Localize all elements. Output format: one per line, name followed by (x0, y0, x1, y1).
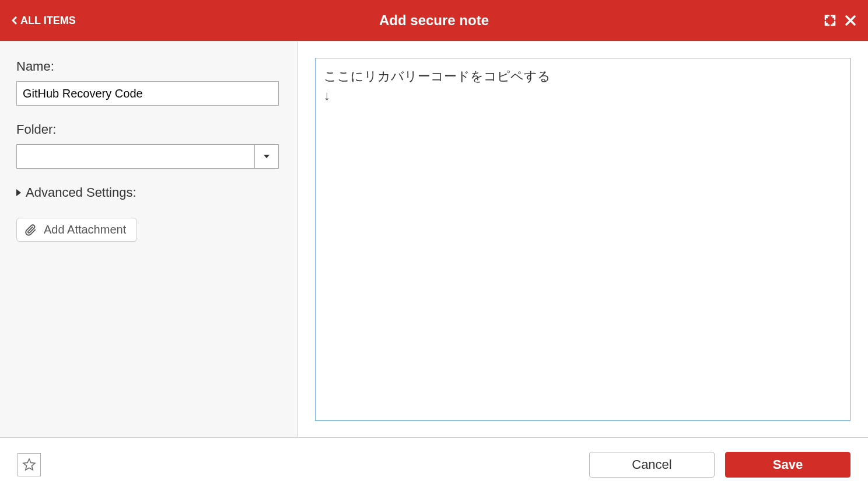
close-button[interactable] (845, 15, 856, 26)
add-attachment-button[interactable]: Add Attachment (16, 218, 137, 242)
right-panel (298, 41, 868, 437)
header: ALL ITEMS Add secure note (0, 0, 868, 41)
advanced-settings-label: Advanced Settings: (26, 185, 136, 200)
caret-down-icon (264, 155, 270, 158)
folder-dropdown-button[interactable] (254, 144, 279, 169)
chevron-left-icon (12, 16, 18, 25)
expand-button[interactable] (824, 15, 836, 26)
star-icon (22, 458, 36, 472)
header-controls (824, 15, 856, 26)
close-icon (845, 15, 856, 26)
caret-right-icon (16, 189, 21, 196)
folder-label: Folder: (16, 122, 281, 137)
note-textarea[interactable] (315, 58, 850, 421)
add-attachment-label: Add Attachment (44, 223, 126, 236)
main-content: Name: Folder: Advanced Settings: (0, 41, 868, 437)
back-label: ALL ITEMS (20, 15, 76, 27)
advanced-settings-toggle[interactable]: Advanced Settings: (16, 185, 281, 200)
footer: Cancel Save (0, 437, 868, 491)
footer-actions: Cancel Save (589, 452, 850, 478)
name-label: Name: (16, 59, 281, 74)
left-panel: Name: Folder: Advanced Settings: (0, 41, 298, 437)
back-button[interactable]: ALL ITEMS (12, 15, 76, 27)
favorite-button[interactable] (18, 453, 41, 476)
folder-select[interactable] (16, 144, 279, 169)
paperclip-icon (24, 224, 37, 236)
folder-field-group: Folder: (16, 122, 281, 169)
page-title: Add secure note (379, 12, 489, 29)
name-input[interactable] (16, 81, 279, 106)
cancel-button[interactable]: Cancel (589, 452, 715, 478)
name-field-group: Name: (16, 59, 281, 106)
save-button[interactable]: Save (725, 452, 850, 478)
expand-icon (824, 15, 836, 26)
folder-select-value[interactable] (16, 144, 254, 169)
